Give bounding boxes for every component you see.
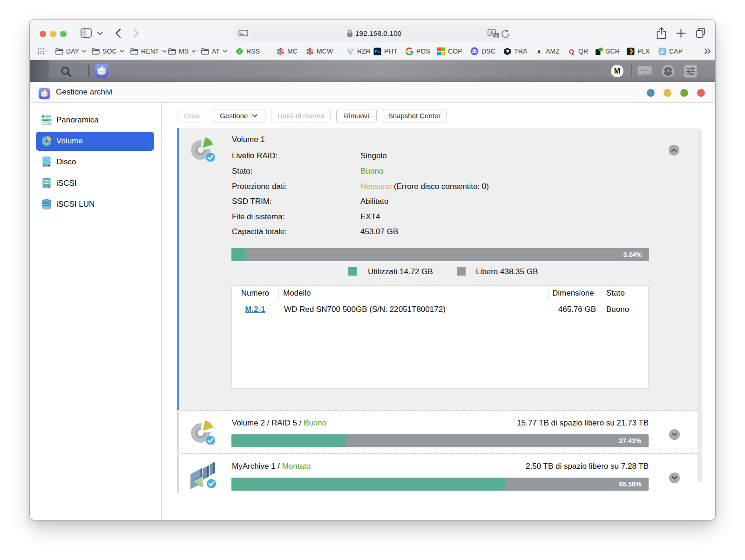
svg-text:文: 文 <box>494 34 499 38</box>
svg-text:a: a <box>537 48 541 54</box>
svg-text:Ps: Ps <box>375 49 380 54</box>
svg-text:A: A <box>490 30 494 35</box>
svg-text:Q: Q <box>569 48 574 55</box>
